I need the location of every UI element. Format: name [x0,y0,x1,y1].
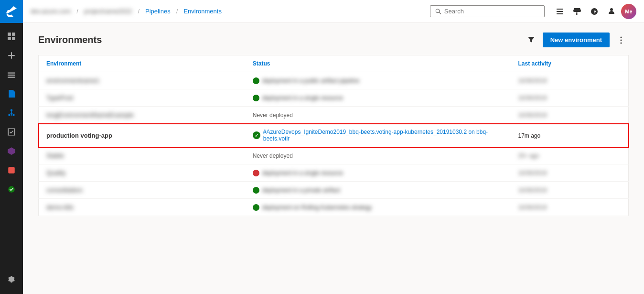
user-avatar[interactable]: Me [621,4,636,19]
basket-icon [573,8,581,15]
breadcrumb-sep-3: / [176,8,178,15]
env-last-activity-cell: 10/30/2019 [511,72,629,89]
last-activity-value: 10/30/2019 [518,204,547,211]
svg-rect-2 [8,37,11,40]
env-name-cell: Quality [39,164,245,182]
svg-point-13 [621,39,622,41]
status-text: deployment in a private artifact [262,187,340,194]
breadcrumb-sep-2: / [138,8,140,15]
filter-button[interactable] [524,33,539,47]
env-name[interactable]: demo-k8s [46,204,74,211]
env-status-cell: deployment in a single resource [245,164,511,182]
help-icon-btn[interactable] [587,4,602,19]
azure-devops-logo[interactable] [0,0,23,23]
topbar-icons: Me [552,4,636,19]
env-last-activity-cell: 10/30/2019 [511,164,629,182]
sidebar-item-plugin2[interactable] [0,180,23,199]
sidebar-item-boards[interactable] [0,65,23,84]
svg-rect-6 [8,77,15,78]
env-last-activity-cell: 10/30/2019 [511,199,629,216]
topbar-environments-link[interactable]: Environments [183,8,221,15]
search-icon [435,8,441,15]
table-row[interactable]: longEnvironmentNameExampleNever deployed… [39,107,629,124]
env-status-cell: deployment in a public artifact pipeline [245,72,511,89]
env-name[interactable]: environmentname1 [46,77,99,84]
last-activity-value: 25+ ago [518,152,539,159]
table-row[interactable]: consolidationdeployment in a private art… [39,182,629,199]
table-row[interactable]: Qualitydeployment in a single resource10… [39,164,629,182]
env-status-cell: deployment in a private artifact [245,182,511,199]
env-name[interactable]: Quality [46,169,65,176]
status-indicator [253,131,260,139]
filter-icon [527,36,535,44]
environments-table: Environment Status Last activity environ… [38,55,629,216]
page-header: Environments New environment [38,33,629,47]
notifications-icon-btn[interactable] [552,4,568,19]
topbar-project[interactable]: projectname2022 [84,8,132,15]
last-activity-value: 10/30/2019 [518,187,547,194]
env-last-activity-cell: 25+ ago [511,147,629,164]
last-activity-value: 17m ago [518,132,541,139]
env-name-cell: consolidation [39,182,245,199]
svg-rect-1 [12,33,15,36]
svg-rect-4 [8,73,15,74]
topbar-pipelines-link[interactable]: Pipelines [145,8,171,15]
svg-point-7 [11,109,13,111]
env-name-cell: production voting-app [39,124,245,147]
sidebar-item-repos[interactable] [0,84,23,103]
col-last-activity: Last activity [511,55,629,72]
table-row[interactable]: demo-k8sdeployment on Rolling Kubernetes… [39,199,629,216]
svg-point-9 [12,114,15,116]
topbar: dev.azure.com / projectname2022 / Pipeli… [23,0,644,23]
status-text: deployment in a single resource [262,95,343,101]
env-name[interactable]: Stable [46,152,64,159]
table-row[interactable]: StableNever deployed25+ ago [39,147,629,164]
main-wrapper: dev.azure.com / projectname2022 / Pipeli… [23,0,644,294]
account-icon-btn[interactable] [604,4,619,19]
breadcrumb-sep-1: / [76,8,78,15]
env-name-cell: environmentname1 [39,72,245,89]
env-name[interactable]: consolidation [46,186,83,194]
sidebar-item-settings[interactable] [0,270,23,289]
search-input[interactable] [444,8,539,15]
page-content: Environments New environment E [23,23,644,294]
status-text: deployment in a public artifact pipeline [262,77,359,84]
env-name[interactable]: production voting-app [46,132,112,139]
svg-rect-3 [12,37,15,40]
sidebar-item-add[interactable] [0,46,23,65]
sidebar-item-plugin1[interactable] [0,161,23,180]
env-status-cell: deployment on Rolling Kubernetes strateg… [245,199,511,216]
help-icon [590,8,598,15]
header-actions: New environment [524,33,629,47]
last-activity-value: 10/30/2019 [518,77,547,84]
env-name-cell: Stable [39,147,245,164]
svg-point-14 [621,42,622,44]
env-name[interactable]: longEnvironmentNameExample [46,111,134,119]
new-environment-button[interactable]: New environment [543,33,610,47]
status-indicator [253,204,259,211]
sidebar-item-artifacts[interactable] [0,142,23,161]
basket-icon-btn[interactable] [569,4,585,19]
table-row[interactable]: TypeProddeployment in a single resource1… [39,89,629,107]
sidebar-item-testplans[interactable] [0,122,23,142]
topbar-org[interactable]: dev.azure.com [31,8,71,15]
env-name[interactable]: TypeProd [46,94,73,101]
table-row[interactable]: environmentname1deployment in a public a… [39,72,629,89]
status-indicator [253,170,259,176]
more-options-button[interactable] [613,33,629,47]
col-environment: Environment [39,55,245,72]
svg-rect-0 [8,33,11,36]
status-text[interactable]: #AzureDevops_IgniteDemo2019_bbq-beets.vo… [263,129,503,142]
page-title: Environments [38,34,524,45]
sidebar-item-pipelines[interactable] [0,103,23,122]
status-indicator [253,77,259,84]
env-status-cell: #AzureDevops_IgniteDemo2019_bbq-beets.vo… [245,124,511,147]
status-indicator [253,187,259,194]
status-text: Never deployed [253,152,293,159]
search-box[interactable] [430,5,545,17]
sidebar [0,0,23,294]
env-status-cell: deployment in a single resource [245,89,511,107]
sidebar-item-overview[interactable] [0,27,23,46]
person-icon [608,8,615,15]
table-row[interactable]: production voting-app#AzureDevops_Ignite… [39,124,629,147]
